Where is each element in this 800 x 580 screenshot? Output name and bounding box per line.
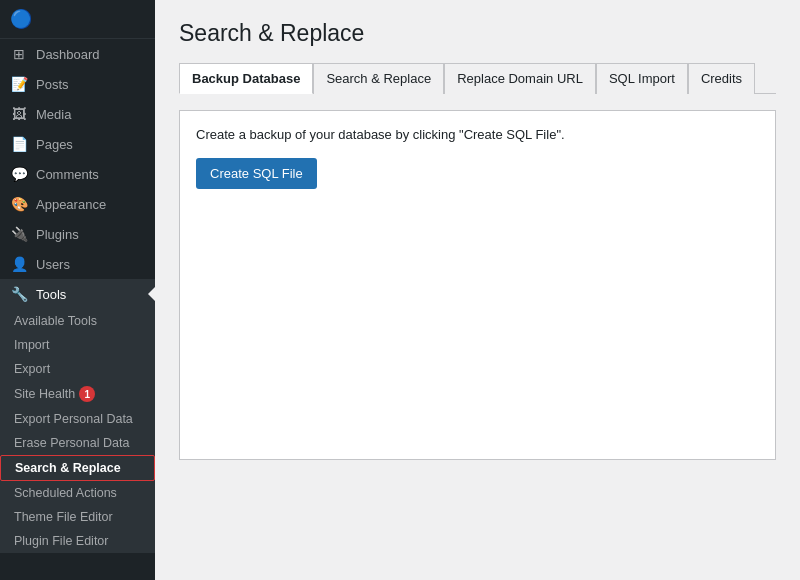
sidebar-sub-label-export-personal-data: Export Personal Data [14, 412, 133, 426]
media-icon: 🖼 [10, 106, 28, 122]
tab-credits[interactable]: Credits [688, 63, 755, 94]
sidebar-sub-label-scheduled-actions: Scheduled Actions [14, 486, 117, 500]
sidebar-label-media: Media [36, 107, 71, 122]
tab-content-area: Create a backup of your database by clic… [179, 110, 776, 460]
sidebar-label-posts: Posts [36, 77, 69, 92]
sidebar-nav: ⊞Dashboard📝Posts🖼Media📄Pages💬Comments🎨Ap… [0, 39, 155, 553]
sidebar-sub-item-plugin-file-editor[interactable]: Plugin File Editor [0, 529, 155, 553]
tabs-bar: Backup DatabaseSearch & ReplaceReplace D… [179, 63, 776, 94]
sidebar-sub-item-available-tools[interactable]: Available Tools [0, 309, 155, 333]
tab-search-replace[interactable]: Search & Replace [313, 63, 444, 94]
main-content: Search & Replace Backup DatabaseSearch &… [155, 0, 800, 580]
posts-icon: 📝 [10, 76, 28, 92]
sidebar-item-dashboard[interactable]: ⊞Dashboard [0, 39, 155, 69]
sidebar: 🔵 ⊞Dashboard📝Posts🖼Media📄Pages💬Comments🎨… [0, 0, 155, 580]
comments-icon: 💬 [10, 166, 28, 182]
sidebar-item-posts[interactable]: 📝Posts [0, 69, 155, 99]
sidebar-sub-item-import[interactable]: Import [0, 333, 155, 357]
sidebar-sub-item-export[interactable]: Export [0, 357, 155, 381]
sidebar-sub-item-search-replace[interactable]: Search & Replace [0, 455, 155, 481]
sidebar-brand: 🔵 [0, 0, 155, 39]
sidebar-sub-label-available-tools: Available Tools [14, 314, 97, 328]
users-icon: 👤 [10, 256, 28, 272]
sidebar-sub-item-erase-personal-data[interactable]: Erase Personal Data [0, 431, 155, 455]
wp-logo-icon: 🔵 [10, 8, 32, 30]
sidebar-label-appearance: Appearance [36, 197, 106, 212]
site-health-badge: 1 [79, 386, 95, 402]
sidebar-label-tools: Tools [36, 287, 66, 302]
sidebar-sub-label-theme-file-editor: Theme File Editor [14, 510, 113, 524]
sidebar-item-tools[interactable]: 🔧Tools [0, 279, 155, 309]
sidebar-label-plugins: Plugins [36, 227, 79, 242]
sidebar-item-plugins[interactable]: 🔌Plugins [0, 219, 155, 249]
create-sql-file-button[interactable]: Create SQL File [196, 158, 317, 189]
dashboard-icon: ⊞ [10, 46, 28, 62]
tab-sql-import[interactable]: SQL Import [596, 63, 688, 94]
sidebar-submenu-tools: Available ToolsImportExportSite Health1E… [0, 309, 155, 553]
tab-replace-domain-url[interactable]: Replace Domain URL [444, 63, 596, 94]
page-title: Search & Replace [179, 20, 776, 47]
sidebar-sub-label-plugin-file-editor: Plugin File Editor [14, 534, 109, 548]
sidebar-label-dashboard: Dashboard [36, 47, 100, 62]
plugins-icon: 🔌 [10, 226, 28, 242]
sidebar-sub-item-theme-file-editor[interactable]: Theme File Editor [0, 505, 155, 529]
sidebar-item-pages[interactable]: 📄Pages [0, 129, 155, 159]
sidebar-sub-label-import: Import [14, 338, 49, 352]
sidebar-sub-item-scheduled-actions[interactable]: Scheduled Actions [0, 481, 155, 505]
tools-icon: 🔧 [10, 286, 28, 302]
sidebar-sub-label-export: Export [14, 362, 50, 376]
sidebar-item-appearance[interactable]: 🎨Appearance [0, 189, 155, 219]
sidebar-sub-label-erase-personal-data: Erase Personal Data [14, 436, 129, 450]
tab-backup-database[interactable]: Backup Database [179, 63, 313, 94]
sidebar-item-users[interactable]: 👤Users [0, 249, 155, 279]
sidebar-label-comments: Comments [36, 167, 99, 182]
sidebar-sub-label-site-health: Site Health [14, 387, 75, 401]
sidebar-item-media[interactable]: 🖼Media [0, 99, 155, 129]
tools-arrow-icon [148, 286, 155, 302]
sidebar-sub-item-export-personal-data[interactable]: Export Personal Data [0, 407, 155, 431]
backup-description: Create a backup of your database by clic… [196, 127, 759, 142]
sidebar-sub-item-site-health[interactable]: Site Health1 [0, 381, 155, 407]
sidebar-label-users: Users [36, 257, 70, 272]
sidebar-sub-label-search-replace: Search & Replace [15, 461, 121, 475]
sidebar-item-comments[interactable]: 💬Comments [0, 159, 155, 189]
sidebar-label-pages: Pages [36, 137, 73, 152]
pages-icon: 📄 [10, 136, 28, 152]
appearance-icon: 🎨 [10, 196, 28, 212]
